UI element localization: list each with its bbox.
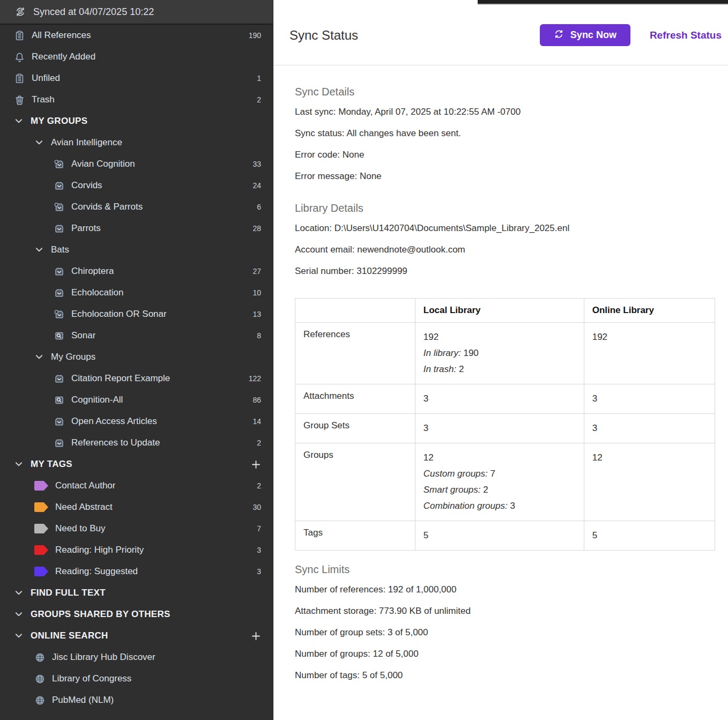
detail-value: 3 xyxy=(510,501,515,511)
item-count: 86 xyxy=(252,396,261,404)
group-icon xyxy=(54,180,64,191)
detail-value: 2 xyxy=(459,364,464,374)
sidebar-rows: All References190Recently AddedUnfiled1T… xyxy=(0,25,273,711)
sidebar-item-online-search[interactable]: ONLINE SEARCH xyxy=(0,625,273,647)
sidebar-item-label: Need to Buy xyxy=(55,523,106,534)
sidebar-item-corvids[interactable]: Corvids24 xyxy=(0,175,273,196)
add-icon[interactable] xyxy=(250,459,261,470)
chevron-down-icon[interactable] xyxy=(34,352,44,362)
sidebar-item-reading-high-priority[interactable]: Reading: High Priority3 xyxy=(0,539,273,561)
sync-now-button[interactable]: Sync Now xyxy=(540,24,630,46)
detail-label: In library: xyxy=(424,348,461,358)
sync-status-header[interactable]: Synced at 04/07/2025 10:22 xyxy=(0,0,273,25)
detail-label: Custom groups: xyxy=(424,469,488,479)
sidebar-item-my-groups[interactable]: MY GROUPS xyxy=(0,110,273,132)
sidebar-item-library-of-congress[interactable]: Library of Congress xyxy=(0,668,273,689)
clipboard-icon xyxy=(14,30,25,41)
library-sidebar: Synced at 04/07/2025 10:22 All Reference… xyxy=(0,0,273,720)
item-count: 8 xyxy=(257,331,261,340)
chevron-down-icon[interactable] xyxy=(14,459,24,469)
sidebar-item-label: Recently Added xyxy=(32,51,95,62)
chevron-down-icon[interactable] xyxy=(14,631,24,641)
sidebar-item-find-full-text[interactable]: FIND FULL TEXT xyxy=(0,582,273,604)
library-details-heading: Library Details xyxy=(295,202,715,214)
refresh-status-link[interactable]: Refresh Status xyxy=(650,29,722,41)
sidebar-item-label: Citation Report Example xyxy=(71,373,170,384)
trash-icon xyxy=(14,94,25,105)
globe-icon xyxy=(34,652,45,663)
detail-line: Location: D:\Users\U1420704\Documents\Sa… xyxy=(295,218,715,239)
online-library-cell: 192 xyxy=(584,323,715,384)
chevron-down-icon[interactable] xyxy=(14,588,24,598)
sidebar-item-trash[interactable]: Trash2 xyxy=(0,89,273,110)
item-count: 3 xyxy=(257,567,261,576)
table-header-row: Local LibraryOnline Library xyxy=(295,299,715,323)
item-count: 10 xyxy=(252,288,261,297)
group-icon xyxy=(54,287,64,298)
sidebar-item-label: Cognition-All xyxy=(71,395,123,405)
chevron-down-icon[interactable] xyxy=(34,245,44,255)
sidebar-item-open-access-articles[interactable]: Open Access Articles14 xyxy=(0,411,273,432)
sidebar-item-citation-report-example[interactable]: Citation Report Example122 xyxy=(0,368,273,389)
sidebar-item-recently-added[interactable]: Recently Added xyxy=(0,46,273,68)
chevron-down-icon[interactable] xyxy=(34,138,44,147)
local-library-cell: 12Custom groups: 7Smart groups: 2Combina… xyxy=(415,443,584,521)
sidebar-item-sonar[interactable]: Sonar8 xyxy=(0,325,273,346)
sidebar-item-label: ONLINE SEARCH xyxy=(31,630,108,641)
sidebar-item-contact-author[interactable]: Contact Author2 xyxy=(0,475,273,496)
sidebar-item-my-tags[interactable]: MY TAGS xyxy=(0,454,273,475)
item-count: 7 xyxy=(257,524,261,533)
sidebar-item-label: FIND FULL TEXT xyxy=(31,588,106,598)
sidebar-item-jisc-library-hub-discover[interactable]: Jisc Library Hub Discover xyxy=(0,647,273,668)
add-icon[interactable] xyxy=(250,630,261,641)
sidebar-item-echolocation-or-sonar[interactable]: Echolocation OR Sonar13 xyxy=(0,303,273,325)
sidebar-item-parrots[interactable]: Parrots28 xyxy=(0,218,273,239)
detail-line: Error code: None xyxy=(295,144,715,166)
detail-line: Error message: None xyxy=(295,166,715,187)
sidebar-item-need-to-buy[interactable]: Need to Buy7 xyxy=(0,518,273,539)
table-row: Groups12Custom groups: 7Smart groups: 2C… xyxy=(295,443,715,521)
local-value: 5 xyxy=(424,528,576,544)
sidebar-item-corvids-parrots[interactable]: Corvids & Parrots6 xyxy=(0,196,273,218)
sidebar-item-references-to-update[interactable]: References to Update2 xyxy=(0,432,273,454)
sidebar-item-bats[interactable]: Bats xyxy=(0,239,273,261)
sidebar-item-cognition-all[interactable]: Cognition-All86 xyxy=(0,389,273,411)
sidebar-item-all-references[interactable]: All References190 xyxy=(0,25,273,46)
sidebar-item-chiroptera[interactable]: Chiroptera27 xyxy=(0,261,273,282)
sidebar-item-avian-cognition[interactable]: Avian Cognition33 xyxy=(0,153,273,175)
sidebar-item-label: References to Update xyxy=(71,437,160,448)
online-library-cell: 3 xyxy=(584,384,715,414)
sidebar-item-unfiled[interactable]: Unfiled1 xyxy=(0,68,273,89)
chevron-down-icon[interactable] xyxy=(14,610,24,619)
item-count: 3 xyxy=(257,546,261,554)
group-icon xyxy=(54,373,64,384)
clipboard-icon xyxy=(14,73,25,84)
sidebar-item-my-groups[interactable]: My Groups xyxy=(0,346,273,368)
sync-limits-heading: Sync Limits xyxy=(295,563,715,576)
item-count: 27 xyxy=(252,267,261,276)
detail-label: Combination groups: xyxy=(424,501,508,511)
detail-value: 2 xyxy=(483,485,488,495)
sidebar-item-need-abstract[interactable]: Need Abstract30 xyxy=(0,496,273,518)
sidebar-item-label: Reading: Suggested xyxy=(55,566,138,577)
online-value: 3 xyxy=(592,420,707,436)
sidebar-item-avian-intelligence[interactable]: Avian Intelligence xyxy=(0,132,273,153)
online-library-cell: 3 xyxy=(584,414,715,443)
item-count: 13 xyxy=(252,310,261,318)
sidebar-item-echolocation[interactable]: Echolocation10 xyxy=(0,282,273,303)
group-combo-icon xyxy=(54,159,64,169)
sidebar-item-label: PubMed (NLM) xyxy=(52,695,114,706)
sidebar-item-reading-suggested[interactable]: Reading: Suggested3 xyxy=(0,561,273,582)
sidebar-item-label: Need Abstract xyxy=(55,502,113,513)
group-smart-icon xyxy=(54,330,64,341)
detail-line: Number of references: 192 of 1,000,000 xyxy=(295,579,715,600)
sidebar-item-pubmed-nlm[interactable]: PubMed (NLM) xyxy=(0,689,273,711)
sidebar-item-label: Corvids xyxy=(71,180,102,191)
chevron-down-icon[interactable] xyxy=(14,116,24,126)
sidebar-item-groups-shared-by-others[interactable]: GROUPS SHARED BY OTHERS xyxy=(0,604,273,625)
table-row: Attachments33 xyxy=(295,384,715,414)
online-library-cell: 5 xyxy=(584,521,715,551)
sync-arrows-icon xyxy=(554,29,564,42)
item-count: 33 xyxy=(252,160,261,168)
detail-line: Last sync: Monday, April 07, 2025 at 10:… xyxy=(295,101,715,123)
